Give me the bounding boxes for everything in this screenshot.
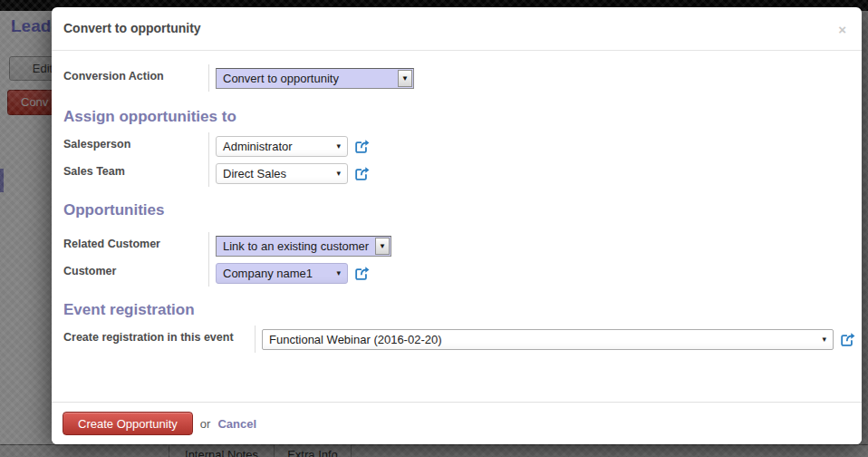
dialog-header: Convert to opportunity × [52, 7, 862, 51]
customer-select[interactable]: Company name1 ▾ [216, 263, 348, 284]
close-icon[interactable]: × [838, 23, 846, 36]
customer-row: Customer Company name1 ▾ [63, 259, 850, 287]
convert-to-opportunity-dialog: Convert to opportunity × Conversion Acti… [52, 7, 862, 444]
conversion-action-label: Conversion Action [63, 64, 208, 83]
conversion-action-select[interactable]: Convert to opportunity ▼ [216, 68, 414, 89]
sales-team-value: Direct Sales [223, 167, 286, 180]
event-select[interactable]: Functional Webinar (2016-02-20) ▾ [262, 329, 834, 350]
event-registration-row: Create registration in this event Functi… [63, 326, 850, 353]
salesperson-row: Salesperson Administrator ▾ [63, 132, 850, 160]
dropdown-button-icon[interactable]: ▼ [375, 238, 390, 255]
conversion-action-value: Convert to opportunity [223, 72, 339, 85]
external-link-icon[interactable] [353, 265, 371, 282]
section-opportunities: Opportunities [63, 201, 850, 219]
external-link-icon[interactable] [353, 138, 371, 155]
cancel-link[interactable]: Cancel [217, 417, 256, 431]
section-event-registration: Event registration [63, 301, 850, 319]
dialog-title: Convert to opportunity [63, 21, 201, 35]
customer-value: Company name1 [223, 267, 313, 280]
sales-team-label: Sales Team [63, 160, 208, 178]
dialog-footer: Create Opportunity or Cancel [52, 402, 862, 444]
chevron-down-icon: ▾ [336, 169, 341, 178]
sales-team-select[interactable]: Direct Sales ▾ [216, 163, 348, 184]
chevron-down-icon: ▾ [336, 141, 341, 151]
external-link-icon[interactable] [839, 331, 856, 348]
related-customer-select[interactable]: Link to an existing customer ▼ [216, 236, 391, 257]
dialog-body: Conversion Action Convert to opportunity… [52, 64, 862, 353]
dropdown-button-icon[interactable]: ▼ [398, 70, 412, 87]
customer-label: Customer [63, 259, 208, 277]
or-text: or [200, 417, 211, 431]
external-link-icon[interactable] [353, 165, 371, 182]
related-customer-row: Related Customer Link to an existing cus… [63, 232, 850, 259]
create-opportunity-button[interactable]: Create Opportunity [63, 412, 193, 435]
screen: Lead Edit Conv Internal Notes Extra Info… [0, 0, 868, 457]
event-label: Create registration in this event [63, 326, 255, 344]
salesperson-label: Salesperson [63, 132, 208, 151]
conversion-action-row: Conversion Action Convert to opportunity… [63, 64, 850, 92]
related-customer-value: Link to an existing customer [223, 239, 369, 253]
salesperson-select[interactable]: Administrator ▾ [216, 136, 348, 157]
related-customer-label: Related Customer [63, 232, 208, 250]
chevron-down-icon: ▾ [336, 268, 341, 277]
salesperson-value: Administrator [223, 140, 293, 153]
section-assign-opportunities: Assign opportunities to [63, 108, 850, 126]
event-value: Functional Webinar (2016-02-20) [269, 333, 442, 346]
sales-team-row: Sales Team Direct Sales ▾ [63, 160, 850, 187]
chevron-down-icon: ▾ [822, 335, 826, 344]
